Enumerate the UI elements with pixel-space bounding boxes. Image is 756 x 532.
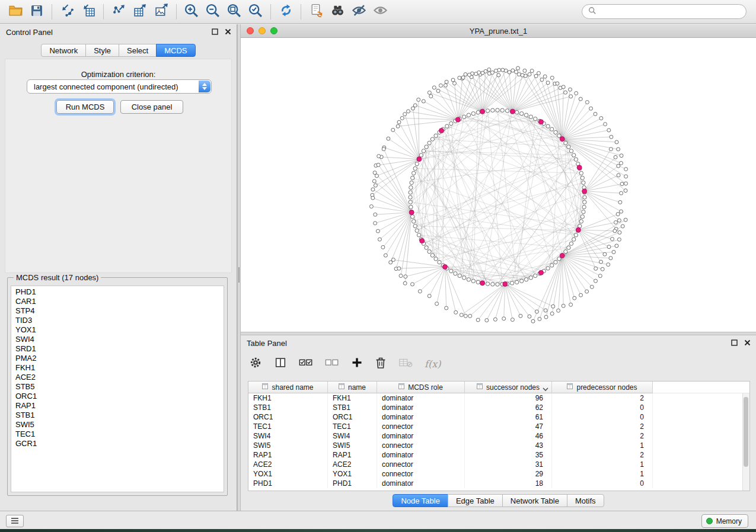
list-item[interactable]: CAR1 — [15, 297, 224, 306]
close-panel-icon[interactable] — [744, 339, 751, 348]
list-item[interactable]: SRD1 — [15, 344, 224, 354]
list-item[interactable]: PHD1 — [15, 287, 224, 297]
close-panel-button[interactable]: Close panel — [120, 100, 183, 114]
tab-network-table[interactable]: Network Table — [502, 494, 567, 507]
columns-icon — [274, 356, 287, 371]
table-settings-button[interactable] — [249, 356, 262, 371]
tab-select[interactable]: Select — [119, 44, 157, 57]
export-table-button[interactable] — [129, 3, 151, 21]
list-item[interactable]: GCR1 — [15, 439, 224, 448]
table-row[interactable]: STB1STB1dominator620 — [248, 403, 749, 412]
mcds-result-list[interactable]: PHD1CAR1STP4TID3YOX1SWI4SRD1PMA2FKH1ACE2… — [11, 286, 224, 492]
table-row[interactable]: SWI5SWI5connector431 — [248, 441, 749, 450]
toolbar-separator — [52, 4, 52, 20]
table-row[interactable]: RAP1RAP1dominator352 — [248, 450, 749, 460]
cell-predecessors: 0 — [552, 403, 653, 412]
table-header-filler — [653, 382, 749, 393]
delete-table-icon — [398, 357, 413, 371]
cell-filler — [653, 460, 749, 469]
gear-icon — [249, 356, 262, 371]
clone-network-button[interactable] — [305, 3, 327, 21]
tab-mcds[interactable]: MCDS — [156, 44, 195, 57]
delete-column-button[interactable] — [375, 356, 387, 371]
list-item[interactable]: ORC1 — [15, 392, 224, 401]
open-file-button[interactable] — [5, 3, 26, 21]
tab-motifs[interactable]: Motifs — [567, 494, 604, 507]
list-item[interactable]: PMA2 — [15, 354, 224, 363]
network-graph[interactable] — [241, 38, 756, 332]
memory-status-icon — [706, 518, 713, 524]
zoom-fit-button[interactable] — [224, 3, 245, 21]
refresh-button[interactable] — [275, 3, 296, 21]
column-header-successor-nodes[interactable]: successor nodes — [465, 382, 552, 393]
table-scrollbar[interactable] — [742, 393, 749, 491]
task-history-button[interactable] — [6, 515, 24, 527]
search-icon — [588, 7, 596, 17]
search-input[interactable] — [600, 7, 740, 17]
import-network-icon — [60, 3, 75, 20]
table-row[interactable]: SWI4SWI4dominator462 — [248, 431, 749, 441]
list-item[interactable]: SWI4 — [15, 335, 224, 344]
zoom-selected-button[interactable] — [245, 3, 266, 21]
zoom-selected-icon — [247, 2, 264, 21]
tab-edge-table[interactable]: Edge Table — [448, 494, 503, 507]
find-button[interactable] — [327, 3, 348, 21]
list-item[interactable]: FKH1 — [15, 363, 224, 373]
tab-node-table[interactable]: Node Table — [393, 494, 448, 507]
list-item[interactable]: YOX1 — [15, 325, 224, 335]
list-item[interactable]: ACE2 — [15, 373, 224, 382]
scrollbar-thumb[interactable] — [744, 397, 748, 467]
splitter-handle[interactable] — [238, 267, 240, 283]
control-panel: Control Panel Network Style Select MCDS … — [0, 24, 237, 511]
table-row[interactable]: ACE2ACE2connector311 — [248, 460, 749, 469]
run-mcds-button[interactable]: Run MCDS — [56, 100, 114, 114]
zoom-in-button[interactable] — [181, 3, 202, 21]
select-all-button[interactable] — [299, 357, 313, 371]
list-item[interactable]: STB5 — [15, 382, 224, 392]
float-panel-icon[interactable] — [211, 28, 219, 37]
show-all-button[interactable] — [369, 3, 391, 21]
show-columns-button[interactable] — [274, 356, 287, 371]
list-item[interactable]: STP4 — [15, 306, 224, 316]
zoom-in-icon — [183, 2, 200, 21]
deselect-all-button[interactable] — [325, 357, 339, 371]
close-panel-icon[interactable] — [224, 28, 232, 37]
column-header-mcds-role[interactable]: MCDS role — [377, 382, 465, 393]
network-canvas[interactable] — [241, 38, 756, 332]
cell-filler — [653, 422, 749, 431]
table-row[interactable]: YOX1YOX1connector291 — [248, 469, 749, 479]
add-column-button[interactable] — [351, 357, 363, 371]
column-header-name[interactable]: name — [328, 382, 377, 393]
import-network-button[interactable] — [56, 3, 78, 21]
list-item[interactable]: STB1 — [15, 411, 224, 420]
table-row[interactable]: TEC1TEC1connector472 — [248, 422, 749, 431]
network-window-titlebar[interactable]: YPA_prune.txt_1 — [241, 24, 756, 38]
import-table-button[interactable] — [78, 3, 99, 21]
export-image-button[interactable] — [151, 3, 172, 21]
hide-selected-button[interactable] — [348, 3, 369, 21]
export-network-button[interactable] — [108, 3, 129, 21]
cell-name: SWI5 — [328, 441, 377, 450]
memory-button[interactable]: Memory — [701, 514, 748, 528]
criterion-dropdown[interactable]: largest connected component (undirected) — [27, 79, 212, 94]
list-item[interactable]: TID3 — [15, 316, 224, 325]
list-item[interactable]: SWI5 — [15, 420, 224, 430]
float-panel-icon[interactable] — [731, 339, 738, 348]
node-table: shared name name MCDS role successor nod… — [248, 381, 750, 491]
table-panel-header: Table Panel — [241, 335, 756, 351]
sort-icon — [262, 383, 269, 392]
column-header-shared-name[interactable]: shared name — [248, 382, 328, 393]
table-row[interactable]: PHD1PHD1dominator180 — [248, 479, 749, 488]
desktop-background — [0, 529, 756, 532]
table-row[interactable]: ORC1ORC1dominator610 — [248, 412, 749, 422]
list-item[interactable]: TEC1 — [15, 430, 224, 439]
save-session-button[interactable] — [26, 3, 47, 21]
search-field[interactable] — [582, 4, 747, 19]
list-item[interactable]: RAP1 — [15, 401, 224, 411]
zoom-out-button[interactable] — [202, 3, 224, 21]
tab-style[interactable]: Style — [85, 44, 119, 57]
table-row[interactable]: FKH1FKH1dominator962 — [248, 393, 749, 403]
column-header-predecessor-nodes[interactable]: predecessor nodes — [552, 382, 653, 393]
tab-network[interactable]: Network — [41, 44, 86, 57]
toolbar-separator — [176, 4, 177, 20]
